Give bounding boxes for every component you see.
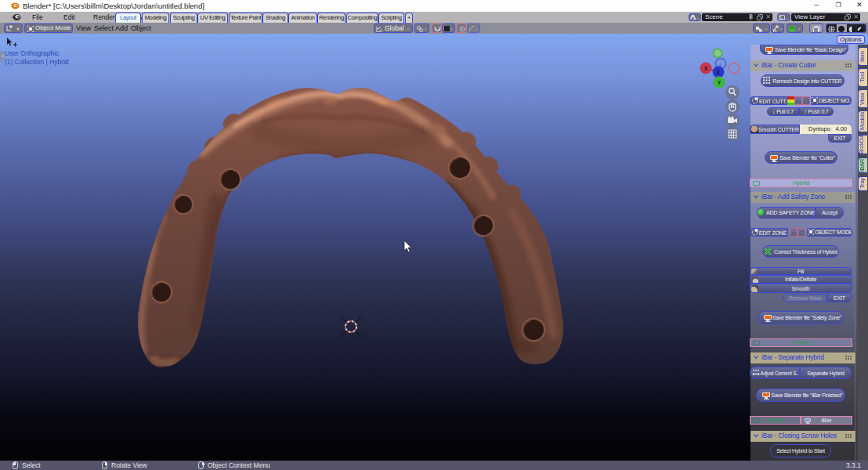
svg-text:X: X <box>704 66 708 71</box>
svg-text:Z: Z <box>717 70 721 75</box>
svg-text:Bar: Bar <box>358 320 368 327</box>
svg-text:Y: Y <box>718 80 722 85</box>
